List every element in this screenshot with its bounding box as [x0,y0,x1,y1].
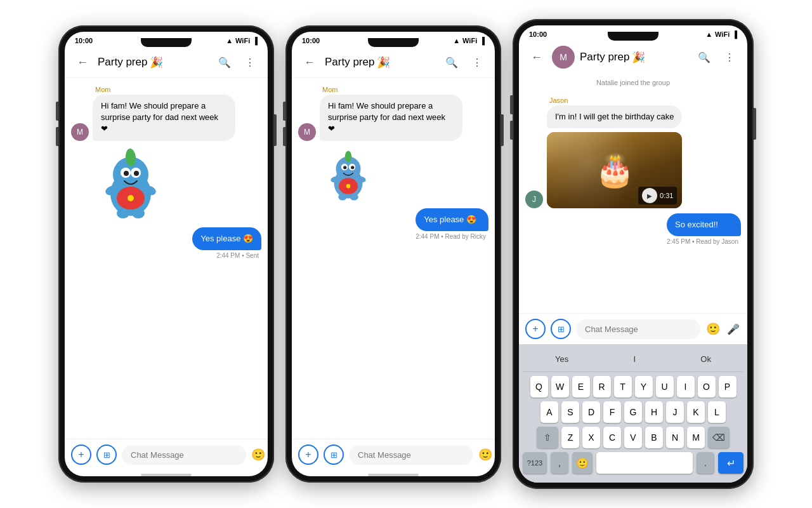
bubble-sent-3: So excited!! [667,213,741,236]
key-u[interactable]: U [656,376,674,398]
more-button-2[interactable]: ⋮ [467,52,487,72]
key-e[interactable]: E [572,376,590,398]
input-bar-2: + ⊞ 🙂 🎤 [292,439,495,470]
suggestion-yes[interactable]: Yes [547,352,576,366]
sticker-svg-1 [93,146,169,222]
more-button-1[interactable]: ⋮ [240,52,260,72]
key-g[interactable]: G [624,401,642,423]
more-button-3[interactable]: ⋮ [719,47,740,67]
video-thumb[interactable]: ▶ 0:31 [547,132,682,208]
chat-input-3[interactable] [576,319,700,339]
key-h[interactable]: H [645,401,663,423]
svg-point-19 [351,166,354,169]
key-comma[interactable]: , [551,452,568,474]
key-space[interactable] [596,452,693,474]
svg-point-18 [343,166,346,169]
add-button-1[interactable]: + [71,444,91,465]
back-button-3[interactable]: ← [527,47,547,67]
play-button[interactable]: ▶ [642,188,657,203]
key-f[interactable]: F [603,401,621,423]
key-shift[interactable]: ⇧ [537,427,558,448]
emoji-button-3[interactable]: 🙂 [705,319,721,339]
sender-name-jason: Jason [549,97,682,104]
msg-row-sent-3: So excited!! 2:45 PM • Read by Jason [525,213,741,245]
key-l[interactable]: L [708,401,726,423]
key-i[interactable]: I [677,376,695,398]
suggestion-ok[interactable]: Ok [693,352,719,366]
key-w[interactable]: W [551,376,569,398]
back-button-1[interactable]: ← [72,52,93,72]
time-3: 10:00 [529,30,547,38]
svg-point-5 [124,171,129,176]
kb-suggestions: Yes I Ok [523,349,743,372]
bubble-sent-1: Yes please 😍 [192,227,261,250]
battery-icon-3: ▐ [732,30,737,38]
media-button-1[interactable]: ⊞ [96,444,117,465]
key-b[interactable]: B [645,427,663,448]
add-button-3[interactable]: + [525,319,546,339]
add-button-2[interactable]: + [298,444,318,465]
msg-time-3: 2:45 PM • Read by Jason [667,238,741,245]
join-notice: Natalie joined the group [525,76,741,91]
phone-1-screen: 10:00 ▲ WiFi ▐ ← Party prep 🎉 🔍 ⋮ [65,32,268,476]
key-j[interactable]: J [666,401,684,423]
bubble-sent-2: Yes please 😍 [416,208,488,231]
key-r[interactable]: R [593,376,611,398]
msg-time-2: 2:44 PM • Read by Ricky [416,233,488,240]
key-period[interactable]: . [697,452,714,474]
chat-input-1[interactable] [122,445,246,465]
key-s[interactable]: S [561,401,579,423]
signal-icon-1: ▲ [226,37,233,44]
title-2: Party prep 🎉 [325,56,436,69]
msg-row-received-2: M Mom Hi fam! We should prepare a surpri… [298,86,488,141]
app-bar-2: ← Party prep 🎉 🔍 ⋮ [292,47,495,78]
key-m[interactable]: M [687,427,705,448]
chat-input-2[interactable] [349,445,473,465]
key-d[interactable]: D [582,401,600,423]
time-2: 10:00 [302,37,320,44]
key-c[interactable]: C [603,427,621,448]
signal-icon-2: ▲ [453,37,460,44]
key-enter[interactable]: ↵ [718,452,743,474]
key-t[interactable]: T [614,376,632,398]
emoji-button-1[interactable]: 🙂 [251,444,265,465]
title-1: Party prep 🎉 [98,56,209,69]
battery-icon-2: ▐ [480,37,485,44]
key-emoji[interactable]: 🙂 [572,452,593,474]
key-a[interactable]: A [540,401,558,423]
chat-area-3: Natalie joined the group J Jason I'm in!… [519,74,747,313]
key-v[interactable]: V [624,427,642,448]
svg-point-10 [117,208,129,218]
media-button-2[interactable]: ⊞ [324,444,344,465]
key-k[interactable]: K [687,401,705,423]
key-n[interactable]: N [666,427,684,448]
search-button-2[interactable]: 🔍 [442,52,462,72]
kb-row-1: Q W E R T Y U I O P [523,376,743,398]
mic-button-3[interactable]: 🎤 [726,319,741,339]
msg-jason-content: Jason I'm in! I will get the birthday ca… [547,97,682,208]
key-q[interactable]: Q [530,376,548,398]
status-icons-3: ▲ WiFi ▐ [705,30,737,38]
key-backspace[interactable]: ⌫ [708,427,730,448]
svg-point-23 [338,194,347,201]
emoji-button-2[interactable]: 🙂 [478,444,492,465]
svg-point-25 [346,184,351,188]
search-button-1[interactable]: 🔍 [214,52,235,72]
key-p[interactable]: P [719,376,737,398]
key-123[interactable]: ?123 [523,452,547,474]
key-o[interactable]: O [698,376,716,398]
kb-row-2: A S D F G H J K L [523,401,743,423]
phones-container: 10:00 ▲ WiFi ▐ ← Party prep 🎉 🔍 ⋮ [0,0,812,508]
media-button-3[interactable]: ⊞ [551,319,571,339]
sticker-svg-2 [320,146,377,203]
search-button-3[interactable]: 🔍 [694,47,714,67]
sender-name-1: Mom [95,86,235,93]
key-y[interactable]: Y [635,376,653,398]
suggestion-i[interactable]: I [625,352,643,366]
bubble-mom-2: Hi fam! We should prepare a surprise par… [320,95,462,141]
key-z[interactable]: Z [561,427,579,448]
back-button-2[interactable]: ← [299,52,320,72]
key-x[interactable]: X [582,427,600,448]
svg-point-24 [350,194,358,201]
msg-sent-content-1: Yes please 😍 2:44 PM • Sent [192,227,261,259]
